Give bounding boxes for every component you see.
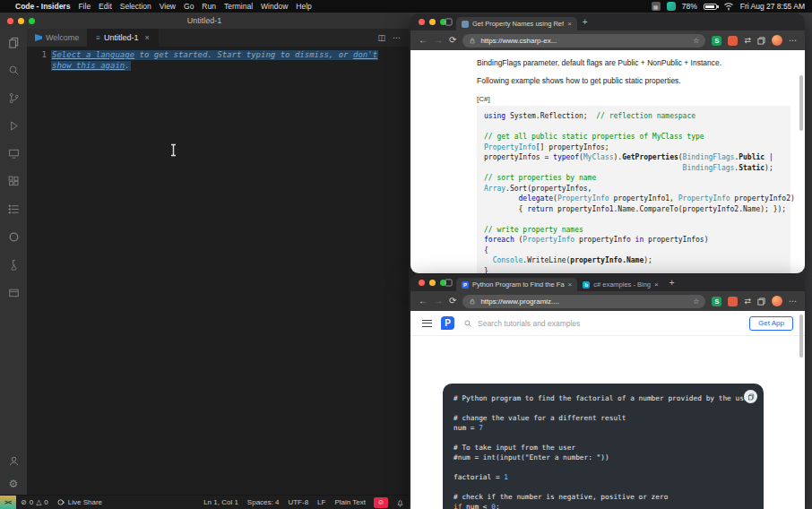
encoding-status[interactable]: UTF-8	[283, 498, 313, 506]
minimize-window-button[interactable]	[429, 280, 436, 286]
page-scrollbar[interactable]	[799, 75, 803, 131]
testing-flask-icon[interactable]	[6, 257, 21, 272]
page-scrollbar[interactable]	[799, 315, 803, 358]
remote-explorer-icon[interactable]	[6, 146, 21, 160]
menu-run[interactable]: Run	[202, 2, 216, 11]
extension-icon-s[interactable]: S	[712, 297, 721, 306]
run-debug-icon[interactable]	[6, 118, 21, 133]
search-placeholder: Search tutorials and examples	[478, 319, 580, 328]
outline-list-icon[interactable]	[6, 202, 21, 216]
menu-view[interactable]: View	[160, 2, 176, 11]
minimize-window-button[interactable]	[18, 18, 24, 24]
reload-button[interactable]: ⟳	[449, 297, 456, 306]
search-icon	[463, 319, 472, 328]
close-window-button[interactable]	[7, 18, 13, 24]
favorites-star-icon[interactable]: ☆	[693, 37, 699, 45]
menu-window[interactable]: Window	[261, 2, 288, 11]
cursor-position-status[interactable]: Ln 1, Col 1	[199, 498, 243, 506]
profile-avatar[interactable]	[772, 296, 782, 306]
macos-menubar: Code - Insiders File Edit Selection View…	[0, 0, 812, 13]
collections-icon[interactable]	[757, 37, 765, 45]
browser-tab-python[interactable]: P Python Program to Find the Fa ×	[456, 278, 577, 291]
vscode-titlebar[interactable]: Untitled-1	[0, 13, 409, 29]
menu-help[interactable]: Help	[296, 2, 311, 11]
address-bar[interactable]: https://www.csharp-ex... ☆	[462, 34, 705, 47]
close-window-button[interactable]	[419, 280, 425, 286]
menubar-clock[interactable]: Fri Aug 27 8:55 AM	[740, 2, 805, 11]
browser-menu-icon[interactable]: ⋯	[789, 36, 797, 45]
language-mode-status[interactable]: Plain Text	[330, 498, 370, 506]
python-code-block[interactable]: # Python program to find the factorial o…	[454, 393, 753, 509]
menu-terminal[interactable]: Terminal	[224, 2, 253, 11]
split-editor-icon[interactable]: ◫	[377, 33, 385, 42]
reload-button[interactable]: ⟳	[449, 36, 456, 45]
explorer-icon[interactable]	[6, 35, 21, 49]
plain-text-file-icon: ≡	[96, 34, 100, 42]
problems-status[interactable]: ⊘ 0 △ 0	[16, 498, 53, 506]
tab-close-icon[interactable]: ×	[145, 33, 150, 42]
live-share-status[interactable]: Live Share	[53, 498, 107, 506]
sync-icon[interactable]: ⇄	[744, 297, 751, 306]
zoom-window-button[interactable]	[29, 18, 35, 24]
tab-untitled-1[interactable]: ≡ Untitled-1 ×	[88, 29, 158, 47]
minimize-window-button[interactable]	[429, 19, 436, 25]
extensions-icon[interactable]	[6, 174, 21, 188]
feedback-smiley-badge[interactable]: ☺	[374, 497, 388, 508]
extension-icon-2[interactable]	[728, 36, 738, 46]
docker-box-icon[interactable]	[6, 285, 21, 299]
tab-actions-icon[interactable]	[445, 279, 453, 287]
menu-file[interactable]: File	[78, 2, 91, 11]
copy-code-button[interactable]	[744, 390, 757, 403]
menu-go[interactable]: Go	[184, 2, 194, 11]
hamburger-menu-icon[interactable]	[422, 320, 432, 327]
favorites-star-icon[interactable]: ☆	[693, 298, 699, 306]
extension-icon-s[interactable]: S	[712, 36, 721, 46]
forward-button[interactable]: →	[434, 36, 443, 45]
programiz-logo[interactable]: P	[441, 316, 454, 330]
mouse-ibeam-cursor	[169, 143, 177, 157]
menubar-app-name[interactable]: Code - Insiders	[15, 2, 70, 11]
tab-close-icon[interactable]: ×	[654, 280, 659, 289]
editor-area[interactable]: 1 Select a language to get started. Star…	[27, 47, 409, 495]
csharp-code-block[interactable]: using System.Reflection; // reflection n…	[477, 106, 790, 273]
browser-menu-icon[interactable]: ⋯	[789, 297, 797, 306]
get-app-button[interactable]: Get App	[749, 316, 793, 331]
tab-title: Python Program to Find the Fa	[472, 280, 565, 289]
remote-indicator[interactable]: ><	[0, 496, 16, 509]
search-icon[interactable]	[6, 63, 21, 77]
menubar-app-status-icon[interactable]	[667, 2, 676, 11]
browser-tab-csharp[interactable]: Get Property Names using Ref ×	[456, 17, 577, 30]
untitled-editor-hint[interactable]: Select a language to get started. Start …	[51, 50, 378, 72]
tab-close-icon[interactable]: ×	[567, 20, 572, 28]
top-browser-tabstrip: Get Property Names using Ref × +	[410, 13, 805, 30]
menu-edit[interactable]: Edit	[99, 2, 112, 11]
tab-welcome[interactable]: Welcome	[27, 29, 88, 47]
address-bar[interactable]: https://www.programiz.... ☆	[462, 295, 705, 308]
indentation-status[interactable]: Spaces: 4	[243, 498, 284, 506]
tab-close-icon[interactable]: ×	[568, 280, 573, 289]
back-button[interactable]: ←	[419, 297, 428, 306]
source-control-icon[interactable]	[6, 91, 21, 105]
close-window-button[interactable]	[419, 19, 425, 25]
menubar-status-icon[interactable]: ▦	[652, 2, 661, 11]
settings-gear-icon[interactable]: ⚙	[6, 477, 21, 491]
collections-icon[interactable]	[757, 298, 765, 306]
new-tab-button[interactable]: +	[583, 17, 588, 27]
accounts-icon[interactable]	[6, 453, 21, 468]
url-text: https://www.csharp-ex...	[480, 37, 557, 45]
forward-button[interactable]: →	[434, 297, 443, 306]
browser-tab-bing[interactable]: b c# examples - Bing ×	[577, 278, 663, 291]
eol-status[interactable]: LF	[313, 498, 330, 506]
extension-icon-2[interactable]	[728, 297, 738, 306]
menu-selection[interactable]: Selection	[120, 2, 151, 11]
wifi-icon[interactable]	[723, 2, 734, 11]
azure-icon[interactable]	[6, 229, 21, 244]
sync-icon[interactable]: ⇄	[744, 36, 751, 45]
tab-actions-icon[interactable]	[445, 18, 453, 26]
notifications-bell-icon[interactable]	[392, 498, 409, 507]
site-search[interactable]: Search tutorials and examples	[463, 319, 580, 328]
editor-more-actions-icon[interactable]: ⋯	[393, 33, 401, 42]
new-tab-button[interactable]: +	[669, 278, 675, 288]
profile-avatar[interactable]	[772, 35, 782, 46]
back-button[interactable]: ←	[419, 36, 428, 45]
